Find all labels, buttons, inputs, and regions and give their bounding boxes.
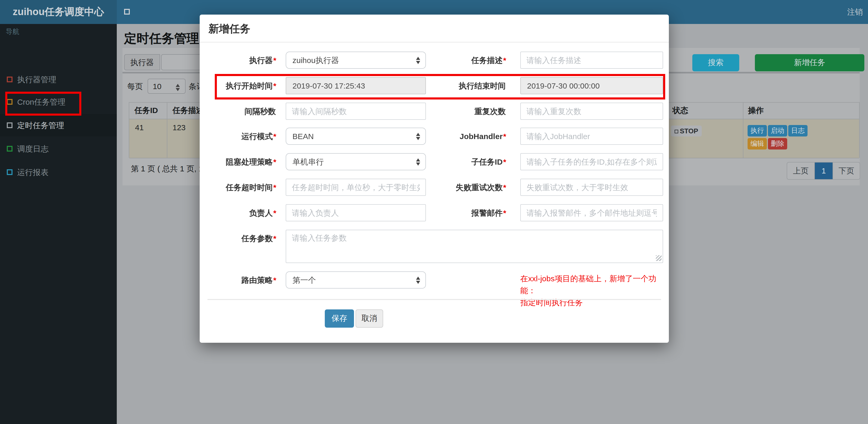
select-arrows-icon: [176, 83, 180, 92]
square-outline-icon: [7, 169, 12, 175]
sidebar: 导航 执行器管理 Cron任务管理 定时任务管理 调度日志 运行报表: [0, 24, 117, 424]
sidebar-item-timed-task[interactable]: 定时任务管理: [0, 114, 117, 136]
run-mode-label: 运行模式*: [200, 128, 276, 145]
repeat-count-input[interactable]: [520, 103, 663, 120]
task-params-textarea[interactable]: [286, 230, 663, 263]
logout-link[interactable]: 注销: [847, 0, 863, 24]
page-1-button[interactable]: 1: [814, 163, 833, 179]
sidebar-item-label: 执行器管理: [17, 68, 56, 91]
task-desc-label: 任务描述*: [412, 52, 506, 69]
jobhandler-input[interactable]: [520, 128, 663, 145]
resize-grip-icon[interactable]: [656, 255, 661, 261]
sidebar-section-label: 导航: [6, 27, 19, 36]
square-outline-icon: [7, 146, 12, 152]
timeout-input[interactable]: [286, 179, 426, 196]
executor-label: 执行器*: [200, 52, 276, 69]
owner-input[interactable]: [286, 204, 426, 221]
search-button[interactable]: 搜索: [692, 54, 739, 71]
sidebar-item-label: 定时任务管理: [17, 114, 64, 136]
app-root: zuihou任务调度中心 注销 导航 执行器管理 Cron任务管理 定时任务管理…: [0, 0, 868, 424]
executor-select[interactable]: zuihou执行器: [286, 52, 426, 69]
cancel-button[interactable]: 取消: [355, 309, 383, 328]
block-strategy-label: 阻塞处理策略*: [200, 153, 276, 170]
perpage-select[interactable]: 10: [148, 79, 186, 94]
block-strategy-select[interactable]: 单机串行: [286, 153, 426, 170]
route-strategy-label: 路由策略*: [200, 271, 276, 289]
select-arrows-icon: [416, 275, 420, 285]
pagination: 上页 1 下页: [787, 162, 860, 180]
square-outline-icon: [7, 76, 12, 82]
alarm-email-label: 报警邮件*: [412, 204, 506, 221]
form-divider: [208, 299, 661, 300]
new-task-modal: 新增任务 执行器* zuihou执行器 任务描述* 执行开始时间* 2019-0…: [200, 14, 669, 343]
modal-title: 新增任务: [209, 22, 250, 36]
square-outline-icon: [7, 122, 12, 128]
modal-header: 新增任务: [200, 14, 669, 43]
timeout-label: 任务超时时间*: [200, 179, 276, 196]
start-button[interactable]: 启动: [768, 125, 787, 136]
task-desc-input[interactable]: [520, 52, 663, 69]
col-header-task-desc[interactable]: 任务描述: [173, 102, 204, 119]
pagination-info: 第 1 页 ( 总共 1 页, 1: [131, 164, 203, 174]
executor-filter-label: 执行器: [124, 54, 160, 70]
col-header-task-id[interactable]: 任务ID: [134, 102, 158, 119]
brand[interactable]: zuihou任务调度中心: [0, 0, 117, 24]
status-badge: STOP: [671, 126, 702, 136]
retry-count-label: 失败重试次数*: [412, 179, 506, 196]
child-task-input[interactable]: [520, 153, 663, 170]
sidebar-item-executor-manage[interactable]: 执行器管理: [0, 68, 117, 91]
sidebar-item-run-report[interactable]: 运行报表: [0, 161, 117, 183]
cell-task-id: 41: [135, 119, 144, 132]
log-button[interactable]: 日志: [788, 125, 808, 136]
add-task-button[interactable]: 新增任务: [755, 54, 864, 71]
jobhandler-label: JobHandler*: [412, 128, 506, 145]
next-page-button[interactable]: 下页: [833, 163, 860, 179]
page-title: 定时任务管理: [124, 30, 199, 47]
prev-page-button[interactable]: 上页: [787, 163, 814, 179]
run-mode-select[interactable]: BEAN: [286, 128, 426, 145]
perpage-prefix-label: 每页: [127, 79, 143, 94]
sidebar-item-dispatch-log[interactable]: 调度日志: [0, 137, 117, 160]
alarm-email-input[interactable]: [520, 204, 663, 221]
save-button[interactable]: 保存: [325, 309, 354, 328]
run-button[interactable]: 执行: [748, 125, 767, 136]
col-header-status[interactable]: 状态: [673, 102, 688, 119]
cell-task-desc: 123: [173, 119, 186, 132]
status-square-icon: [675, 130, 678, 133]
feature-note: 在xxl-jobs项目的基础上，新增了一个功能： 指定时间执行任务: [520, 272, 666, 308]
sidebar-toggle-icon[interactable]: [124, 9, 130, 14]
repeat-count-label: 重复次数: [412, 103, 506, 120]
child-task-label: 子任务ID*: [412, 153, 506, 170]
owner-label: 负责人*: [200, 204, 276, 221]
col-header-operation[interactable]: 操作: [748, 102, 764, 119]
sidebar-item-label: 调度日志: [17, 137, 49, 160]
interval-input[interactable]: [286, 103, 426, 120]
delete-button[interactable]: 删除: [768, 138, 787, 150]
route-strategy-select[interactable]: 第一个: [286, 271, 426, 289]
red-annotation-box-sidebar: [5, 92, 81, 116]
sidebar-item-label: 运行报表: [17, 161, 49, 183]
edit-button[interactable]: 编辑: [748, 138, 767, 150]
task-params-label: 任务参数*: [200, 230, 276, 247]
red-annotation-box-time-row: [215, 74, 665, 99]
interval-label: 间隔秒数: [200, 103, 276, 120]
retry-count-input[interactable]: [520, 179, 663, 196]
